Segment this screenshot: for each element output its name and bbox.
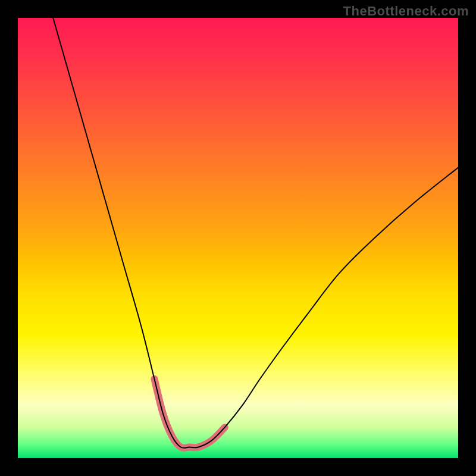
- plot-area: [18, 18, 458, 458]
- curve-svg: [18, 18, 458, 458]
- main-curve-path: [53, 18, 458, 448]
- chart-frame: TheBottleneck.com: [0, 0, 476, 476]
- watermark-text: TheBottleneck.com: [343, 4, 469, 19]
